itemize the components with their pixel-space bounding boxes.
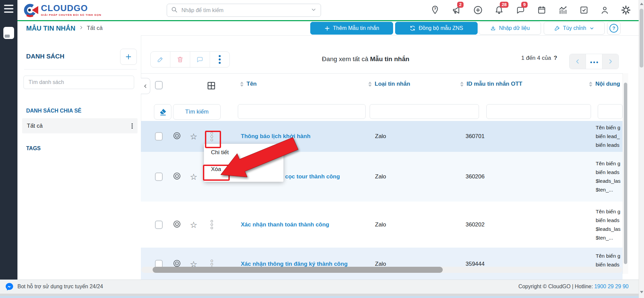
row-kebab-icon[interactable] xyxy=(211,220,213,230)
range-text: 1 đến 4 của xyxy=(521,55,551,61)
scroll-down-arrow-icon[interactable] xyxy=(640,291,643,293)
import-data-button[interactable]: Nhập dữ liệu xyxy=(479,22,541,35)
column-header-type[interactable]: Loại tin nhắn xyxy=(368,81,410,87)
chat-dock-icon[interactable] xyxy=(3,27,14,39)
column-header-ott-id[interactable]: ID mẫu tin nhắn OTT xyxy=(460,81,522,87)
sync-zns-button[interactable]: Đồng bộ mẫu ZNS xyxy=(395,22,478,35)
eye-icon[interactable] xyxy=(173,172,181,182)
tasks-icon[interactable] xyxy=(579,5,589,15)
page-vertical-scrollbar[interactable] xyxy=(639,0,644,298)
select-all-checkbox[interactable] xyxy=(155,81,163,89)
messenger-icon[interactable] xyxy=(5,282,14,292)
search-filter-button[interactable]: Tìm kiếm xyxy=(173,104,221,120)
row-type: Zalo xyxy=(375,221,386,228)
customize-button[interactable]: Tùy chỉnh xyxy=(544,22,605,35)
row-ott-id: 360202 xyxy=(466,221,485,228)
hamburger-icon[interactable] xyxy=(0,0,17,19)
search-filter-label: Tìm kiếm xyxy=(185,109,209,115)
chat-icon[interactable]: 9 xyxy=(516,5,525,15)
plus-circle-icon[interactable] xyxy=(473,5,483,15)
sort-icon[interactable] xyxy=(460,82,464,87)
star-icon[interactable]: ☆ xyxy=(190,220,197,229)
download-icon xyxy=(490,25,496,31)
grid-icon[interactable] xyxy=(207,81,216,92)
user-icon[interactable] xyxy=(600,5,609,15)
row-checkbox[interactable] xyxy=(155,132,163,141)
page-ellipsis-button[interactable] xyxy=(586,54,602,69)
gear-icon[interactable] xyxy=(621,5,631,15)
sidebar-tags-heading: TAGS xyxy=(26,145,41,152)
sort-icon[interactable] xyxy=(368,82,372,87)
row-content: Tên biến gbiến lead_biến leads xyxy=(596,123,623,150)
megaphone-badge: 2 xyxy=(457,2,464,8)
edit-button[interactable] xyxy=(151,52,170,67)
copyright-text: Copyright © CloudGO xyxy=(518,284,571,290)
chevron-down-icon[interactable] xyxy=(311,7,317,14)
column-header-name[interactable]: Tên xyxy=(240,81,257,87)
kebab-icon[interactable] xyxy=(131,123,133,129)
viewing-status: Đang xem tất cả Mẫu tin nhắn xyxy=(302,55,429,63)
scrollbar-thumb[interactable] xyxy=(640,9,643,68)
chevron-left-icon xyxy=(575,58,581,65)
scroll-up-arrow-icon[interactable] xyxy=(640,3,643,5)
breadcrumb-separator-icon xyxy=(79,25,84,31)
list-search-input[interactable] xyxy=(23,76,134,89)
horizontal-scrollbar-thumb[interactable] xyxy=(153,267,443,273)
prev-page-button[interactable] xyxy=(570,54,586,69)
row-checkbox[interactable] xyxy=(155,220,163,229)
svg-text:?: ? xyxy=(434,6,436,11)
location-help-icon[interactable]: ? xyxy=(430,5,440,15)
megaphone-icon[interactable]: 2 xyxy=(452,5,461,15)
filter-input-type[interactable] xyxy=(370,104,479,119)
sort-icon[interactable] xyxy=(240,82,244,87)
table-vertical-scrollbar[interactable] xyxy=(623,73,628,274)
star-icon[interactable]: ☆ xyxy=(190,132,197,141)
next-page-button[interactable] xyxy=(602,54,619,69)
pagination-range: 1 đến 4 của ? xyxy=(521,55,557,61)
pencil-icon xyxy=(157,56,164,63)
sidebar: DANH SÁCH DANH SÁCH CHIA SẺ Tất cả TAGS xyxy=(17,35,141,280)
table-top-border xyxy=(141,73,623,74)
bell-icon[interactable]: 28 xyxy=(494,5,504,15)
add-template-button[interactable]: Thêm Mẫu tin nhắn xyxy=(310,22,393,35)
comment-button[interactable] xyxy=(190,52,210,67)
top-bar: CLOUDGO GIẢI PHÁP CHUYỂN ĐỔI SỐ TINH GỌN… xyxy=(17,0,639,21)
wrench-icon xyxy=(554,26,560,31)
bell-badge: 28 xyxy=(500,2,508,8)
sidebar-item-all[interactable]: Tất cả xyxy=(22,118,138,133)
table-row[interactable]: ☆ Xác nhận thông tin đăng ký thành công … xyxy=(141,248,623,280)
import-data-label: Nhập dữ liệu xyxy=(499,25,530,31)
trash-icon xyxy=(176,56,184,63)
footer-copyright: Copyright © CloudGO | Hotline: 1900 29 2… xyxy=(518,284,629,290)
plus-icon xyxy=(324,26,330,31)
scrollbar-thumb[interactable] xyxy=(624,83,627,264)
row-checkbox[interactable] xyxy=(155,173,163,181)
delete-button[interactable] xyxy=(170,52,190,67)
page-horizontal-scrollbar[interactable] xyxy=(0,294,639,296)
eye-icon[interactable] xyxy=(173,220,181,229)
clear-filters-button[interactable] xyxy=(154,104,171,120)
filter-input-name[interactable] xyxy=(238,104,366,119)
help-button[interactable]: ? xyxy=(607,22,621,35)
column-header-content[interactable]: Nội dung xyxy=(589,81,623,87)
sort-icon[interactable] xyxy=(589,82,592,87)
app-window: CLOUDGO GIẢI PHÁP CHUYỂN ĐỔI SỐ TINH GỌN… xyxy=(0,0,644,298)
chevron-right-icon xyxy=(607,58,613,65)
star-icon[interactable]: ☆ xyxy=(190,173,197,181)
sidebar-item-label: Tất cả xyxy=(27,123,43,129)
range-total: ? xyxy=(554,55,557,61)
calendar-icon[interactable] xyxy=(537,5,546,15)
breadcrumb-title[interactable]: MẪU TIN NHẮN xyxy=(26,25,75,32)
add-list-button[interactable] xyxy=(120,49,137,65)
more-actions-button[interactable] xyxy=(210,52,229,67)
hotline-number[interactable]: 1900 29 29 90 xyxy=(594,284,629,290)
filter-input-ott-id[interactable] xyxy=(486,104,591,119)
filter-input-content[interactable] xyxy=(598,104,623,119)
row-name-link[interactable]: Xác nhận thanh toán thành công xyxy=(241,221,329,228)
bottom-edge-strip xyxy=(0,296,639,298)
analytics-icon[interactable] xyxy=(558,5,568,15)
cloudgo-logo-mark[interactable] xyxy=(23,2,39,18)
table-row[interactable]: ☆ Xác nhận thanh toán thành công Zalo 36… xyxy=(141,202,623,248)
search-input[interactable] xyxy=(181,7,308,14)
eye-icon[interactable] xyxy=(173,132,181,141)
